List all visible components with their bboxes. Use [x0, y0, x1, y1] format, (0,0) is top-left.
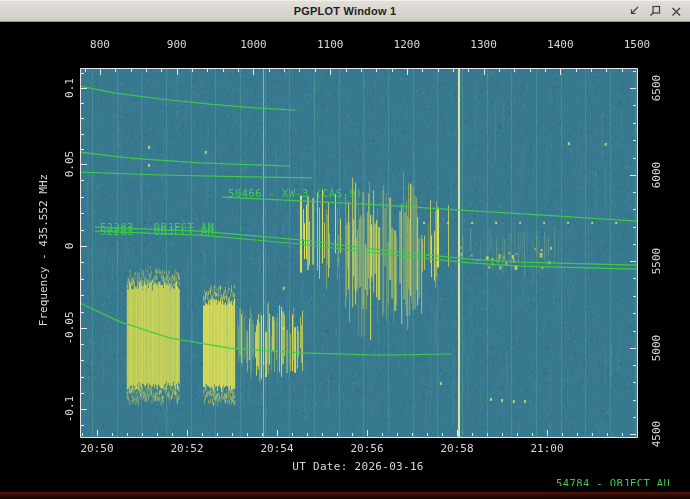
shade-button[interactable]: [625, 3, 642, 19]
window-controls: [621, 0, 684, 22]
plot-content-area: Frequency - 435.552 MHz UT Date: 2026-03…: [0, 22, 690, 499]
window-titlebar: PGPLOT Window 1: [0, 0, 690, 22]
window-bottom-edge: [0, 492, 690, 499]
shade-icon: [628, 5, 640, 17]
maximize-icon: [649, 5, 661, 17]
maximize-button[interactable]: [646, 3, 663, 19]
pgplot-window: PGPLOT Window 1 Frequency - 435.552 MH: [0, 0, 690, 499]
spectrogram-canvas[interactable]: [0, 22, 690, 499]
close-button[interactable]: [667, 3, 684, 19]
close-icon: [670, 5, 682, 17]
window-title: PGPLOT Window 1: [294, 5, 397, 17]
